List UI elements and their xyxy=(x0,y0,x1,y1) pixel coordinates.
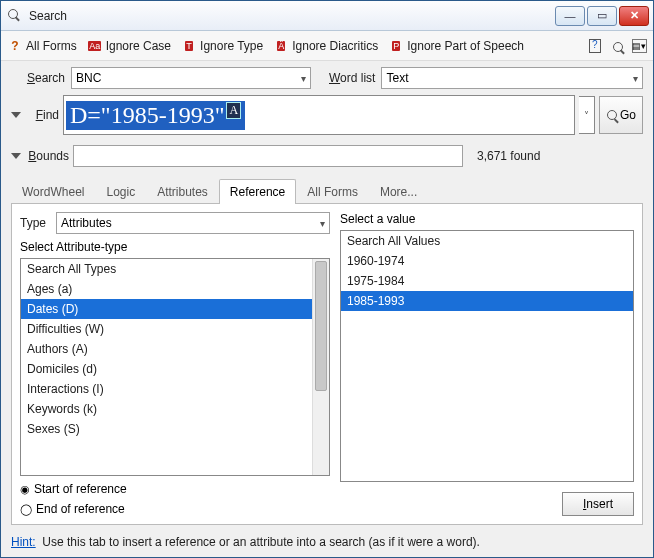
bounds-input[interactable] xyxy=(73,145,463,167)
value-label: Select a value xyxy=(340,212,634,226)
list-item[interactable]: Domiciles (d) xyxy=(21,359,312,379)
insert-button[interactable]: Insert xyxy=(562,492,634,516)
tab-attributes[interactable]: Attributes xyxy=(146,179,219,204)
result-count: 3,671 found xyxy=(477,149,540,163)
all-forms-button[interactable]: ?All Forms xyxy=(7,38,77,54)
list-item[interactable]: Sexes (S) xyxy=(21,419,312,439)
maximize-button[interactable]: ▭ xyxy=(587,6,617,26)
wordlist-label: Word list xyxy=(329,71,375,85)
scrollbar[interactable] xyxy=(312,259,329,475)
titlebar: Search — ▭ ✕ xyxy=(1,1,653,31)
list-item[interactable]: 1985-1993 xyxy=(341,291,633,311)
search-dropdown[interactable]: BNC xyxy=(71,67,311,89)
end-of-reference-radio[interactable]: ◯End of reference xyxy=(20,502,330,516)
minimize-button[interactable]: — xyxy=(555,6,585,26)
close-button[interactable]: ✕ xyxy=(619,6,649,26)
list-item[interactable]: Keywords (k) xyxy=(21,399,312,419)
help-icon[interactable] xyxy=(587,38,603,54)
ref-tabs: WordWheelLogicAttributesReferenceAll For… xyxy=(11,179,643,204)
hint-link[interactable]: Hint: xyxy=(11,535,36,549)
ignore-diacritics-button[interactable]: ÄIgnore Diacritics xyxy=(273,38,378,54)
tab-reference[interactable]: Reference xyxy=(219,179,296,204)
bounds-expand-icon[interactable] xyxy=(11,153,21,159)
attribute-type-list[interactable]: Search All TypesAges (a)Dates (D)Difficu… xyxy=(21,259,312,475)
list-item[interactable]: Search All Types xyxy=(21,259,312,279)
list-item[interactable]: Interactions (I) xyxy=(21,379,312,399)
list-item[interactable]: Difficulties (W) xyxy=(21,319,312,339)
wordlist-dropdown[interactable]: Text xyxy=(381,67,643,89)
bounds-label: Bounds xyxy=(27,149,69,163)
list-item[interactable]: Search All Values xyxy=(341,231,633,251)
list-item[interactable]: 1960-1974 xyxy=(341,251,633,271)
ignore-pos-button[interactable]: PIgnore Part of Speech xyxy=(388,38,524,54)
tab-more-[interactable]: More... xyxy=(369,179,428,204)
list-item[interactable]: Ages (a) xyxy=(21,279,312,299)
tab-logic[interactable]: Logic xyxy=(95,179,146,204)
go-button[interactable]: Go xyxy=(599,96,643,134)
ignore-type-button[interactable]: TIgnore Type xyxy=(181,38,263,54)
start-of-reference-radio[interactable]: ◉Start of reference xyxy=(20,482,330,496)
app-icon xyxy=(7,8,23,24)
list-item[interactable]: 1975-1984 xyxy=(341,271,633,291)
attribute-type-label: Select Attribute-type xyxy=(20,240,330,254)
list-item[interactable]: Authors (A) xyxy=(21,339,312,359)
find-label: Find xyxy=(27,108,59,122)
type-dropdown[interactable]: Attributes xyxy=(56,212,330,234)
value-list[interactable]: Search All Values1960-19741975-19841985-… xyxy=(341,231,633,481)
search-label: Search xyxy=(11,71,65,85)
list-item[interactable]: Dates (D) xyxy=(21,299,312,319)
tab-all-forms[interactable]: All Forms xyxy=(296,179,369,204)
layout-icon[interactable]: ▤▾ xyxy=(631,38,647,54)
find-input[interactable]: D="1985-1993"A xyxy=(63,95,575,135)
find-history-dropdown[interactable]: ˅ xyxy=(579,96,595,134)
tab-wordwheel[interactable]: WordWheel xyxy=(11,179,95,204)
hint: Hint: Use this tab to insert a reference… xyxy=(11,535,643,549)
window-title: Search xyxy=(29,9,555,23)
ignore-case-button[interactable]: AaIgnore Case xyxy=(87,38,171,54)
toolbar: ?All Forms AaIgnore Case TIgnore Type ÄI… xyxy=(1,31,653,61)
search-icon[interactable] xyxy=(609,38,625,54)
find-expand-icon[interactable] xyxy=(11,112,21,118)
type-label: Type xyxy=(20,216,50,230)
